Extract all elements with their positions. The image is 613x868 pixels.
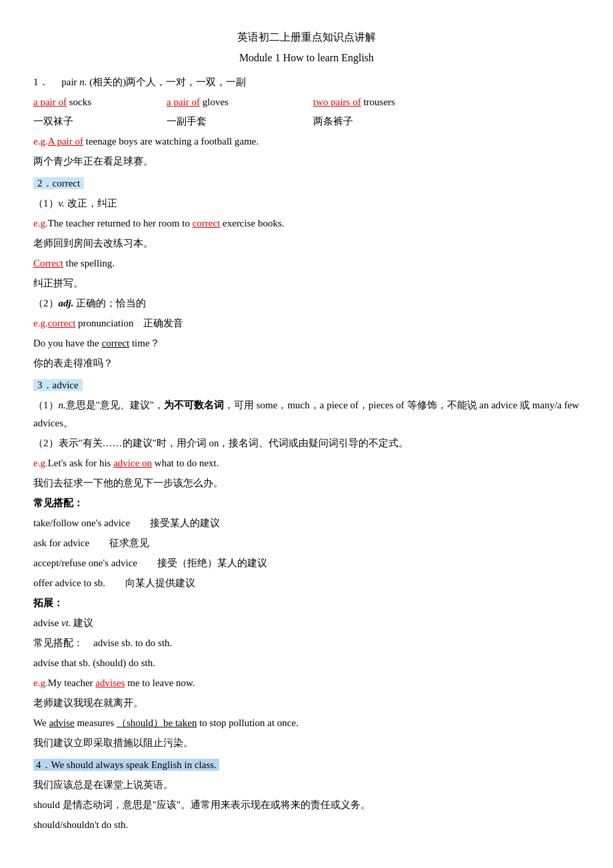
page-container: 英语初二上册重点知识点讲解 Module 1 How to learn Engl… [33,28,580,834]
advise-eg2-en: We advise measures （should）be taken to s… [33,714,580,732]
correct-eg2-en: Correct the spelling. [33,254,580,272]
pair-eg1-en: e.g.A pair of teenage boys are watching … [33,133,580,151]
advice-expand-heading: 拓展： [33,594,580,612]
pair-examples-row1: a pair of socks a pair of gloves two pai… [33,93,580,111]
advice-eg1-cn: 我们去征求一下他的意见下一步该怎么办。 [33,474,580,492]
correct-eg1-en: e.g.The teacher returned to her room to … [33,215,580,232]
advice-combo4: offer advice to sb. 向某人提供建议 [33,574,580,592]
advice-eg1-en: e.g.Let's ask for his advice on what to … [33,454,580,472]
section-4: 4．We should always speak English in clas… [33,756,580,834]
section-3: 3．advice （1）n.意思是"意见、建议"，为不可数名词，可用 some，… [33,376,580,752]
advice-combo2: ask for advice 征求意见 [33,534,580,552]
section-2-heading: 2．correct [33,175,580,193]
section-1: 1． pair n. (相关的)两个人，一对，一双，一副 a pair of s… [33,73,580,171]
advise-eg1-en: e.g.My teacher advises me to leave now. [33,674,580,692]
section-4-heading: 4．We should always speak English in clas… [33,756,580,774]
page-title: 英语初二上册重点知识点讲解 Module 1 How to learn Engl… [33,28,580,68]
advise-def: advise vt. 建议 [33,614,580,632]
advise-eg1-cn: 老师建议我现在就离开。 [33,694,580,712]
correct-eg4-en: Do you have the correct time？ [33,334,580,352]
correct-def2: （2）adj. 正确的；恰当的 [33,294,580,312]
should-usage: should/shouldn't do sth. [33,816,580,834]
section-1-heading: 1． pair n. (相关的)两个人，一对，一双，一副 [33,73,580,91]
should-def: should 是情态动词，意思是"应该"。通常用来表示现在或将来的责任或义务。 [33,796,580,814]
section-1-num: 1． [33,77,49,87]
section-2: 2．correct （1）v. 改正，纠正 e.g.The teacher re… [33,175,580,372]
section-4-cn: 我们应该总是在课堂上说英语。 [33,776,580,794]
correct-eg3-en: e.g.correct pronunciation 正确发音 [33,314,580,332]
module-title: Module 1 How to learn English [33,49,580,68]
advice-combo1: take/follow one's advice 接受某人的建议 [33,514,580,532]
advice-combo3: accept/refuse one's advice 接受（拒绝）某人的建议 [33,554,580,572]
correct-eg2-cn: 纠正拼写。 [33,274,580,292]
advise-combo-heading: 常见搭配： advise sb. to do sth. [33,634,580,652]
pair-eg1-cn: 两个青少年正在看足球赛。 [33,153,580,171]
advice-def2: （2）表示"有关……的建议"时，用介词 on，接名词、代词或由疑问词引导的不定式… [33,434,580,452]
main-title: 英语初二上册重点知识点讲解 [33,28,580,47]
section-3-heading: 3．advice [33,376,580,394]
advise-combo2: advise that sb. (should) do sth. [33,654,580,672]
advice-common-combo-heading: 常见搭配： [33,494,580,512]
correct-eg4-cn: 你的表走得准吗？ [33,354,580,372]
correct-eg1-cn: 老师回到房间去改练习本。 [33,234,580,252]
advise-eg2-cn: 我们建议立即采取措施以阻止污染。 [33,734,580,752]
correct-def1: （1）v. 改正，纠正 [33,195,580,213]
pair-examples-row2: 一双袜子 一副手套 两条裤子 [33,113,580,131]
advice-def1: （1）n.意思是"意见、建议"，为不可数名词，可用 some，much，a pi… [33,396,580,432]
